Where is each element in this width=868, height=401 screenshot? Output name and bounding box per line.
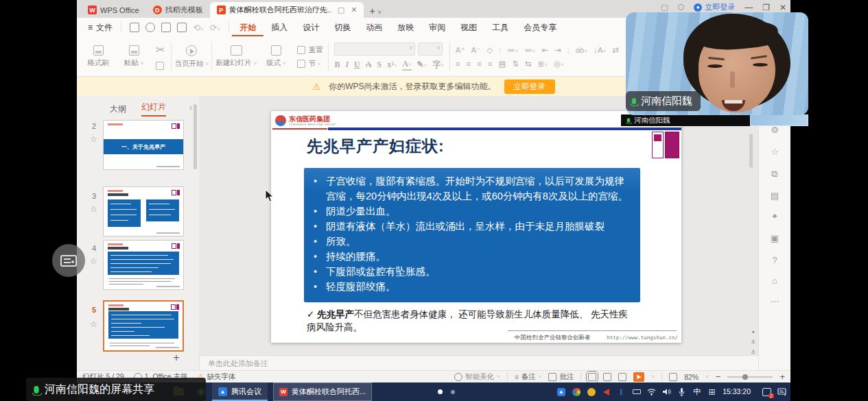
previous-slide-icon[interactable]: ≙ [751, 339, 755, 345]
align-justify-icon[interactable]: ≡ [488, 60, 493, 68]
layout-mode-icon[interactable]: ▢ [661, 3, 668, 12]
indent-decrease-icon[interactable]: ⇤ [541, 45, 548, 55]
slide-thumbnail-2[interactable]: 一、关于先兆早产 [103, 120, 184, 170]
zoom-level[interactable]: 82% [684, 373, 699, 381]
slideshow-play-button[interactable]: ▶ [633, 372, 644, 382]
row-spacing-icon[interactable]: ⇅ [512, 59, 519, 69]
minimize-button[interactable]: — [744, 3, 753, 12]
font-decrease-icon[interactable]: A⁻ [471, 45, 480, 55]
zoom-out-button[interactable]: − [716, 372, 721, 382]
clock[interactable]: 15:33:20 [723, 388, 751, 396]
tab-document[interactable]: P 黄体酮栓联合阿托西班治疗先.. ▢ ✕ [210, 2, 364, 18]
tab-wps-home[interactable]: W WPS Office [81, 2, 146, 18]
bullet-list-icon[interactable]: ≔˅ [507, 45, 518, 55]
undo-button[interactable]: ⟲˅ [193, 23, 204, 33]
highlight-button[interactable]: ✎˅ [417, 60, 427, 70]
current-slide[interactable]: 东信医药集团 TUNGSHUN MEDICINE GROUP 先兆早产产妇症状:… [271, 111, 681, 343]
beautify-wand-icon[interactable]: ✦ [768, 210, 782, 223]
indent-increase-icon[interactable]: ⇥ [554, 45, 561, 55]
export-icon[interactable] [145, 23, 155, 32]
touch-keyboard-icon[interactable]: ⊞ [707, 387, 716, 396]
align-right-icon[interactable]: ≡ [477, 60, 482, 68]
speaker-icon[interactable] [662, 387, 671, 396]
menu-tab-home[interactable]: 开始 [232, 19, 263, 36]
battery-icon[interactable] [632, 387, 641, 396]
tray-browser-icon[interactable] [572, 387, 580, 396]
file-menu-button[interactable]: ≡ 文件 [82, 22, 118, 34]
align-center-icon[interactable]: ≡ [466, 60, 471, 68]
font-increase-icon[interactable]: A⁺ [456, 45, 465, 55]
distribute-icon[interactable]: ▤ [499, 59, 506, 69]
more-tools-icon[interactable]: ⋯ [768, 295, 782, 308]
column-spacing-icon[interactable]: ⇆ [525, 59, 532, 69]
star-icon[interactable]: ☆ [90, 319, 97, 329]
print-icon[interactable] [161, 23, 171, 32]
text-effects-button[interactable]: 字˅ [432, 59, 444, 71]
italic-button[interactable]: I [345, 60, 349, 70]
notes-button[interactable]: ≡ 备注˅ [515, 372, 542, 382]
new-slide-button[interactable]: 新建幻灯片 ˅ [215, 40, 257, 73]
taskbar-wps-window[interactable]: W 黄体酮栓联合阿托西... [273, 382, 372, 401]
menu-tab-tools[interactable]: 工具 [484, 19, 516, 36]
tray-mic-icon[interactable] [677, 387, 686, 396]
cut-icon[interactable]: ✂ [156, 43, 165, 56]
chart-helper-icon[interactable]: ▤ [768, 189, 782, 203]
scroll-down-icon[interactable]: ▾ [751, 329, 755, 335]
favorites-icon[interactable]: ☆ [768, 145, 782, 159]
font-size-select[interactable] [418, 42, 443, 56]
font-color-button[interactable]: A˅ [402, 59, 411, 71]
zoom-slider-handle[interactable] [742, 374, 748, 380]
line-spacing-icon[interactable]: ↓A˅ [594, 46, 606, 54]
text-box-icon[interactable]: ◎˅ [554, 59, 564, 69]
print-preview-icon[interactable] [177, 23, 187, 32]
tab-docer[interactable]: D 找稻壳模板 [146, 2, 210, 18]
align-left-icon[interactable]: ≡ [456, 60, 460, 68]
layout-button[interactable]: 版式 ˅ [259, 40, 293, 73]
shadow-button[interactable]: S [377, 60, 382, 70]
ime-indicator[interactable]: 中 [692, 387, 701, 396]
star-icon[interactable]: ☆ [90, 134, 97, 144]
notification-icon[interactable]: 2 [762, 387, 771, 396]
clear-format-icon[interactable]: ◇ [486, 45, 493, 55]
reset-button[interactable]: 重置 [297, 45, 322, 55]
caption-toggle-button[interactable] [52, 244, 85, 277]
bold-button[interactable]: B [334, 60, 340, 70]
slide-thumbnail-5-selected[interactable] [103, 300, 184, 352]
menu-tab-transition[interactable]: 切换 [327, 19, 358, 36]
star-icon[interactable]: ☆ [90, 204, 97, 214]
convert-smartart-icon[interactable]: ⇄ [612, 45, 619, 55]
reading-view-icon[interactable] [618, 373, 626, 381]
tab-outline[interactable]: 大纲 [110, 104, 126, 115]
new-tab-button[interactable]: + [369, 5, 375, 16]
skin-center-icon[interactable]: ⌂ [768, 274, 782, 288]
menu-tab-slideshow[interactable]: 放映 [390, 19, 421, 36]
warning-login-button[interactable]: 立即登录 [504, 80, 555, 94]
section-button[interactable]: 节 ˅ [297, 59, 322, 69]
action-center-icon[interactable] [777, 387, 786, 396]
zoom-in-button[interactable]: + [779, 372, 785, 382]
login-button[interactable]: ● 立即登录 [694, 2, 735, 12]
tray-coin-icon[interactable] [587, 387, 596, 396]
paste-button[interactable]: 粘贴 ˅ [117, 40, 151, 73]
menu-tab-view[interactable]: 视图 [453, 19, 484, 36]
play-from-page-button[interactable]: 当页开始 ˅ [174, 40, 209, 73]
fit-to-window-icon[interactable] [669, 373, 677, 381]
format-painter-button[interactable]: 格式刷 [81, 40, 115, 73]
text-direction-icon[interactable]: ab˅ [576, 46, 587, 54]
strikethrough-button[interactable]: A [366, 60, 372, 70]
copy-icon[interactable] [156, 62, 164, 70]
slide-sorter-view-icon[interactable] [603, 373, 611, 381]
font-name-select[interactable] [334, 42, 415, 56]
zoom-slider[interactable] [727, 376, 773, 378]
menu-tab-animation[interactable]: 动画 [358, 19, 390, 36]
screen-share-toast[interactable]: 河南信阳魏的屏幕共享 [26, 378, 206, 401]
taskbar-tencent-meeting[interactable]: ▲ 腾讯会议 [212, 382, 268, 401]
canvas-scrollbar[interactable] [749, 134, 753, 168]
panel-scrollbar[interactable] [193, 104, 197, 169]
star-icon[interactable]: ☆ [90, 256, 97, 266]
slide-canvas[interactable]: 东信医药集团 TUNGSHUN MEDICINE GROUP 先兆早产产妇症状:… [199, 96, 758, 355]
tray-meeting-icon[interactable]: ▲ [556, 387, 565, 396]
shapes-icon[interactable]: ⧉ [768, 167, 782, 181]
paragraph-spacing-icon[interactable]: ≣˅ [538, 59, 548, 69]
comment-button[interactable]: 批注 [548, 372, 574, 382]
